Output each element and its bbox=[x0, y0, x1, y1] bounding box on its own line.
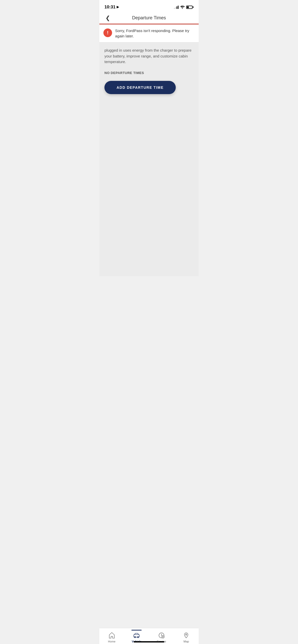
back-button[interactable]: ❮ bbox=[104, 14, 111, 22]
location-icon bbox=[116, 6, 119, 9]
empty-content-area bbox=[99, 98, 199, 276]
description-text: plugged in uses energy from the charger … bbox=[104, 47, 194, 65]
error-icon: ! bbox=[103, 28, 112, 37]
battery-icon bbox=[186, 6, 194, 9]
signal-icon bbox=[174, 5, 179, 9]
wifi-icon bbox=[180, 5, 185, 9]
status-time: 10:31 bbox=[104, 5, 119, 10]
error-exclamation: ! bbox=[107, 31, 109, 35]
time-display: 10:31 bbox=[104, 5, 115, 10]
status-icons bbox=[174, 5, 194, 9]
nav-bar: ❮ Departure Times bbox=[99, 13, 199, 24]
status-bar: 10:31 bbox=[99, 0, 199, 13]
error-message: Sorry, FordPass isn't responding. Please… bbox=[115, 28, 195, 39]
error-banner: ! Sorry, FordPass isn't responding. Plea… bbox=[99, 24, 199, 42]
no-departure-times-label: NO DEPARTURE TIMES bbox=[104, 71, 194, 75]
main-content: plugged in uses energy from the charger … bbox=[99, 42, 199, 98]
add-departure-time-button[interactable]: ADD DEPARTURE TIME bbox=[104, 81, 176, 94]
page-title: Departure Times bbox=[104, 15, 194, 21]
